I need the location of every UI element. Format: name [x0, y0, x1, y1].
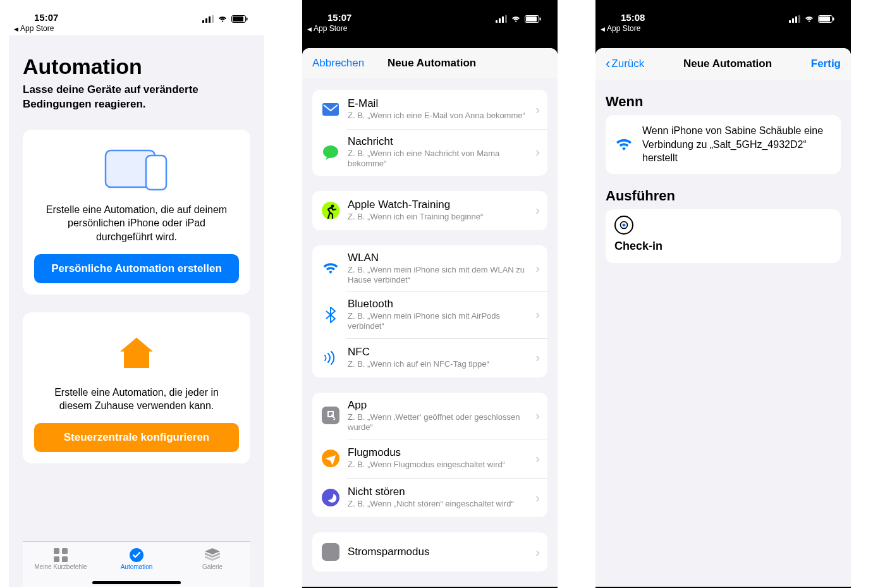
svg-rect-11: [54, 556, 59, 562]
eye-icon: [614, 216, 633, 235]
tab-automation[interactable]: Automation: [99, 547, 174, 570]
tab-gallery[interactable]: Galerie: [174, 547, 250, 570]
when-condition-text: Wenn iPhone von Sabine Schäuble eine Ver…: [642, 124, 832, 165]
status-indicators: [789, 15, 834, 23]
svg-rect-32: [798, 15, 800, 23]
clock-check-icon: [99, 547, 174, 563]
screen-new-automation-summary: 15:08 App Store ‹ Zurück Neue Automation…: [595, 0, 851, 588]
wifi-icon: [511, 15, 521, 23]
svg-point-23: [322, 202, 339, 219]
svg-point-38: [623, 224, 625, 226]
chevron-left-icon: ‹: [606, 57, 610, 71]
home-indicator[interactable]: [92, 581, 181, 584]
tab-shortcuts-label: Meine Kurzbefehle: [23, 563, 99, 570]
back-to-appstore[interactable]: App Store: [302, 23, 558, 35]
card-home-text: Erstelle eine Automation, die jeder in d…: [38, 386, 235, 413]
back-button[interactable]: ‹ Zurück: [606, 57, 644, 71]
action-card[interactable]: Check-in: [606, 209, 841, 263]
svg-rect-28: [322, 543, 339, 561]
tab-shortcuts[interactable]: Meine Kurzbefehle: [23, 547, 99, 570]
svg-rect-2: [209, 16, 211, 23]
svg-rect-12: [62, 556, 68, 562]
chevron-right-icon: ›: [535, 307, 540, 322]
svg-point-27: [322, 489, 339, 506]
svg-rect-8: [146, 156, 166, 190]
done-button[interactable]: Fertig: [811, 58, 841, 70]
card-home-automation: Erstelle eine Automation, die jeder in d…: [23, 312, 250, 463]
card-personal-text: Erstelle eine Automation, die auf deinem…: [38, 203, 235, 244]
status-bar: 15:07: [302, 0, 558, 23]
status-time: 15:08: [621, 12, 645, 23]
status-bar: 15:07: [9, 0, 264, 23]
svg-rect-9: [54, 548, 59, 554]
wifi-icon: [321, 259, 340, 278]
chevron-right-icon: ›: [535, 261, 540, 276]
airplane-icon: [321, 449, 340, 468]
svg-rect-6: [247, 18, 248, 21]
battery-icon: [525, 15, 541, 23]
card-personal-automation: Erstelle eine Automation, die auf deinem…: [23, 130, 250, 295]
trigger-wifi[interactable]: WLANZ. B. „Wenn mein iPhone sich mit dem…: [312, 245, 547, 292]
screen-new-automation-triggers: 15:07 App Store Abbrechen Neue Automatio…: [302, 0, 558, 588]
svg-rect-20: [540, 18, 541, 21]
status-indicators: [202, 15, 248, 23]
trigger-subtitle: Z. B. „Wenn ‚Wetter‘ geöffnet oder gesch…: [348, 412, 532, 433]
devices-illustration: [34, 145, 239, 195]
chevron-right-icon: ›: [535, 203, 540, 217]
configure-home-hub-button[interactable]: Steuerzentrale konfigurieren: [34, 423, 239, 452]
trigger-title: Nachricht: [348, 135, 532, 148]
status-time: 15:07: [327, 12, 351, 23]
trigger-dnd[interactable]: Nicht störenZ. B. „Wenn „Nicht stören“ e…: [312, 478, 547, 517]
trigger-title: E-Mail: [348, 97, 532, 110]
svg-rect-21: [322, 103, 339, 116]
wifi-icon: [804, 15, 814, 23]
trigger-subtitle: Z. B. „Wenn Flugmodus eingeschaltet wird…: [348, 460, 532, 470]
chevron-right-icon: ›: [535, 491, 540, 505]
trigger-subtitle: Z. B. „Wenn „Nicht stören“ eingeschaltet…: [348, 499, 532, 509]
svg-rect-5: [233, 16, 243, 21]
chevron-right-icon: ›: [535, 545, 540, 560]
chevron-right-icon: ›: [535, 408, 540, 423]
when-condition-card[interactable]: Wenn iPhone von Sabine Schäuble eine Ver…: [606, 115, 841, 174]
cellular-icon: [496, 15, 507, 23]
trigger-workout[interactable]: Apple Watch-TrainingZ. B. „Wenn ich ein …: [312, 191, 547, 230]
back-to-appstore[interactable]: App Store: [595, 23, 851, 35]
chevron-right-icon: ›: [535, 145, 540, 159]
trigger-batt[interactable]: Stromsparmodus›: [312, 532, 547, 572]
svg-rect-3: [212, 15, 214, 23]
grid-icon: [23, 547, 99, 563]
tab-gallery-label: Galerie: [174, 563, 250, 570]
cancel-button[interactable]: Abbrechen: [312, 57, 364, 70]
trigger-subtitle: Z. B. „Wenn mein iPhone sich mit AirPods…: [348, 311, 532, 332]
trigger-app[interactable]: AppZ. B. „Wenn ‚Wetter‘ geöffnet oder ge…: [312, 393, 547, 439]
trigger-subtitle: Z. B. „Wenn ich auf ein NFC-Tag tippe“: [348, 359, 532, 369]
trigger-subtitle: Z. B. „Wenn ich eine Nachricht von Mama …: [348, 149, 532, 169]
svg-rect-29: [789, 20, 791, 23]
do-section-label: Ausführen: [595, 174, 851, 209]
message-icon: [321, 143, 340, 162]
create-personal-automation-button[interactable]: Persönliche Automation erstellen: [34, 254, 239, 283]
status-indicators: [496, 15, 541, 23]
stack-icon: [174, 547, 250, 563]
svg-rect-16: [502, 16, 504, 23]
svg-rect-17: [505, 15, 507, 23]
chevron-right-icon: ›: [535, 451, 540, 466]
screen-automation-home: 15:07 App Store Automation Lasse deine G…: [9, 0, 264, 588]
wifi-icon: [614, 137, 633, 152]
trigger-bt[interactable]: BluetoothZ. B. „Wenn mein iPhone sich mi…: [312, 291, 547, 338]
trigger-msg[interactable]: NachrichtZ. B. „Wenn ich eine Nachricht …: [312, 129, 547, 176]
trigger-mail[interactable]: E-MailZ. B. „Wenn ich eine E-Mail von An…: [312, 90, 547, 129]
svg-rect-35: [833, 18, 834, 21]
trigger-title: Apple Watch-Training: [348, 199, 532, 211]
trigger-title: WLAN: [348, 252, 532, 264]
page-subtitle: Lasse deine Geräte auf veränderte Beding…: [23, 83, 250, 112]
svg-point-22: [323, 145, 338, 158]
chevron-right-icon: ›: [535, 102, 540, 117]
status-time: 15:07: [34, 12, 58, 23]
cellular-icon: [789, 15, 800, 23]
trigger-plane[interactable]: FlugmodusZ. B. „Wenn Flugmodus eingescha…: [312, 439, 547, 478]
svg-rect-15: [499, 18, 501, 23]
trigger-title: Bluetooth: [348, 298, 532, 310]
back-to-appstore[interactable]: App Store: [9, 23, 264, 35]
trigger-nfc[interactable]: NFCZ. B. „Wenn ich auf ein NFC-Tag tippe…: [312, 338, 547, 377]
